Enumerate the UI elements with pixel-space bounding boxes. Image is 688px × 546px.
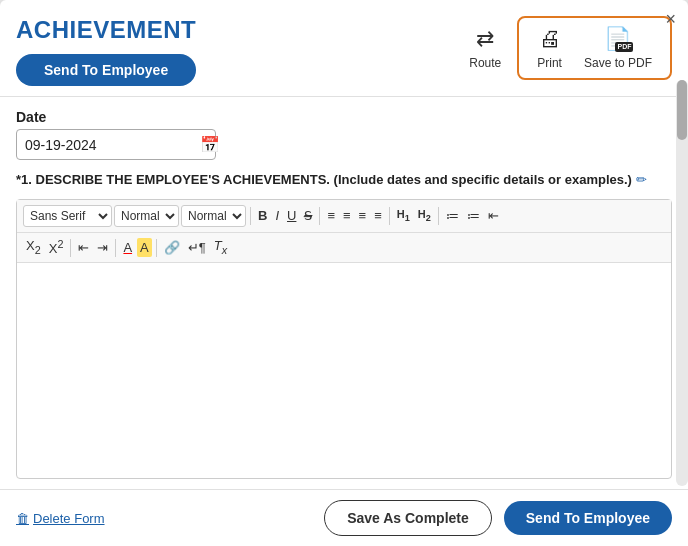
font-family-select[interactable]: Sans Serif Serif Monospace <box>23 205 112 227</box>
align-right-button[interactable]: ≡ <box>356 206 370 226</box>
print-button[interactable]: 🖨 Print <box>529 24 570 72</box>
delete-icon: 🗑 <box>16 511 29 526</box>
route-icon: ⇄ <box>476 26 494 52</box>
route-label: Route <box>469 56 501 70</box>
modal-footer: 🗑 Delete Form Save As Complete Send To E… <box>0 489 688 546</box>
achievements-label-group: *1. DESCRIBE THE EMPLOYEE'S ACHIEVEMENTS… <box>16 170 672 189</box>
toolbar-divider7 <box>156 239 157 257</box>
send-to-employee-footer-button[interactable]: Send To Employee <box>504 501 672 535</box>
modal-title: ACHIEVEMENT <box>16 16 196 44</box>
align-justify-button[interactable]: ≡ <box>371 206 385 226</box>
header-right: ⇄ Route 🖨 Print 📄PDF Save to PDF <box>459 16 672 80</box>
modal-header: ACHIEVEMENT Send To Employee ⇄ Route 🖨 P… <box>0 0 688 97</box>
toolbar-divider4 <box>438 207 439 225</box>
modal-body: Date 📅 *1. DESCRIBE THE EMPLOYEE'S ACHIE… <box>0 97 688 489</box>
superscript-button[interactable]: X2 <box>46 236 67 259</box>
delete-form-link[interactable]: 🗑 Delete Form <box>16 511 105 526</box>
toolbar-divider2 <box>319 207 320 225</box>
clear-format-button[interactable]: Tx <box>211 236 230 259</box>
close-button[interactable]: × <box>665 10 676 28</box>
editor-container: Sans Serif Serif Monospace Normal Large … <box>16 199 672 479</box>
h1-button[interactable]: H1 <box>394 206 413 226</box>
bold-button[interactable]: B <box>255 206 270 226</box>
calendar-icon[interactable]: 📅 <box>200 135 220 154</box>
font-size-select1[interactable]: Normal Large Small <box>114 205 179 227</box>
print-icon: 🖨 <box>539 26 561 52</box>
print-label: Print <box>537 56 562 70</box>
underline-button[interactable]: U <box>284 206 299 226</box>
scrollbar-thumb[interactable] <box>677 80 687 140</box>
date-field-group: Date 📅 <box>16 109 672 160</box>
toolbar-divider6 <box>115 239 116 257</box>
date-input-wrap: 📅 <box>16 129 216 160</box>
toolbar-divider5 <box>70 239 71 257</box>
link-button[interactable]: 🔗 <box>161 238 183 258</box>
indent-increase-button[interactable]: ⇥ <box>94 238 111 258</box>
edit-icon[interactable]: ✏ <box>636 172 647 187</box>
send-to-employee-top-button[interactable]: Send To Employee <box>16 54 196 86</box>
header-left: ACHIEVEMENT Send To Employee <box>16 16 196 86</box>
pdf-icon: 📄PDF <box>604 26 631 52</box>
toolbar-divider1 <box>250 207 251 225</box>
save-pdf-label: Save to PDF <box>584 56 652 70</box>
italic-button[interactable]: I <box>272 206 282 226</box>
save-pdf-button[interactable]: 📄PDF Save to PDF <box>576 24 660 72</box>
toolbar-divider3 <box>389 207 390 225</box>
outdent-button[interactable]: ⇤ <box>485 206 502 226</box>
date-label: Date <box>16 109 672 125</box>
unordered-list-button[interactable]: ≔ <box>464 206 483 226</box>
font-size-select2[interactable]: Normal Large Small <box>181 205 246 227</box>
achievement-modal: × ACHIEVEMENT Send To Employee ⇄ Route 🖨… <box>0 0 688 546</box>
strikethrough-button[interactable]: S̶ <box>301 206 315 226</box>
subscript-button[interactable]: X2 <box>23 236 44 259</box>
scrollbar-track[interactable] <box>676 80 688 486</box>
toolbar-row2: X2 X2 ⇤ ⇥ A A 🔗 ↵¶ Tx <box>17 233 671 263</box>
editor-area[interactable] <box>17 263 671 478</box>
delete-label: Delete Form <box>33 511 105 526</box>
print-pdf-group: 🖨 Print 📄PDF Save to PDF <box>517 16 672 80</box>
footer-buttons: Save As Complete Send To Employee <box>324 500 672 536</box>
align-center-button[interactable]: ≡ <box>340 206 354 226</box>
date-input[interactable] <box>25 137 200 153</box>
achievements-label: *1. DESCRIBE THE EMPLOYEE'S ACHIEVEMENTS… <box>16 172 632 187</box>
route-button[interactable]: ⇄ Route <box>459 20 511 76</box>
font-color-button[interactable]: A <box>120 238 135 258</box>
highlight-button[interactable]: A <box>137 238 152 258</box>
align-left-button[interactable]: ≡ <box>324 206 338 226</box>
rtl-button[interactable]: ↵¶ <box>185 238 209 258</box>
save-as-complete-button[interactable]: Save As Complete <box>324 500 492 536</box>
ordered-list-button[interactable]: ≔ <box>443 206 462 226</box>
h2-button[interactable]: H2 <box>415 206 434 226</box>
toolbar-row1: Sans Serif Serif Monospace Normal Large … <box>17 200 671 233</box>
indent-decrease-button[interactable]: ⇤ <box>75 238 92 258</box>
